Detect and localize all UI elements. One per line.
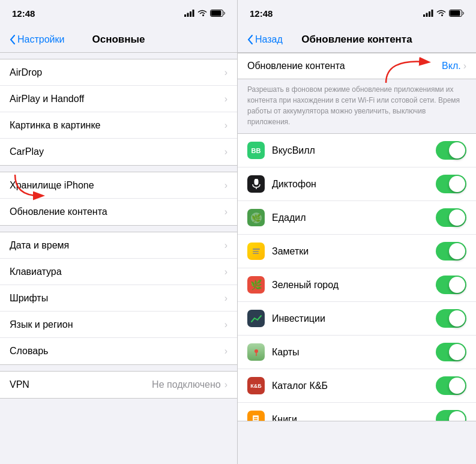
left-panel: 12:48 [0,0,238,464]
app-row-4[interactable]: 🌿 Зеленый город [238,268,476,302]
row-airdrop[interactable]: AirDrop › [0,59,237,86]
content-update-container: Обновление контента Вкл. › [238,53,476,79]
toggle-1[interactable] [436,175,466,193]
app-icon-5 [247,310,265,327]
app-name-1: Диктофон [272,179,316,190]
row-content-update[interactable]: Обновление контента › [0,199,237,225]
chevron-icon: › [224,120,227,131]
app-name-6: Карты [272,347,300,358]
svg-rect-14 [255,179,258,185]
svg-rect-12 [450,11,460,16]
status-icons-left [184,10,225,17]
chevron-icon: › [224,146,227,157]
toggle-5[interactable] [436,309,466,328]
toggle-8[interactable] [436,410,466,421]
app-row-1[interactable]: Диктофон [238,167,476,201]
section-2-left: Хранилище iPhone › Обновление контента › [0,172,237,226]
section-3-left: Дата и время › Клавиатура › Шрифты › Язы… [0,232,237,365]
status-icons-right [423,10,464,17]
main-toggle-value: Вкл. [442,61,461,71]
time-right: 12:48 [250,8,273,19]
chevron-right-icon: › [463,61,466,71]
chevron-icon: › [224,379,227,390]
app-name-5: Инвестиции [272,313,325,324]
app-row-5[interactable]: Инвестиции [238,302,476,336]
chevron-icon: › [224,240,227,251]
app-row-8[interactable]: Книги [238,403,476,421]
svg-rect-1 [187,13,189,17]
back-label-left: Настройки [17,34,64,45]
app-icon-2: 🌿 [247,209,265,226]
toggle-6[interactable] [436,343,466,361]
row-language[interactable]: Язык и регион › [0,312,237,338]
row-fonts[interactable]: Шрифты › [0,285,237,312]
toggle-3[interactable] [436,242,466,261]
svg-rect-7 [423,14,425,17]
section-vpn-left: VPN Не подключено › [0,371,237,399]
svg-rect-24 [254,419,258,420]
app-icon-0: BB [247,142,265,159]
row-date[interactable]: Дата и время › [0,232,237,259]
chevron-left-icon-left [10,35,16,44]
svg-text:🌿: 🌿 [252,213,262,223]
chevron-icon: › [224,67,227,78]
nav-bar-left: Настройки Основные [0,26,237,53]
app-icon-7: К&Б [247,377,265,394]
row-picture[interactable]: Картинка в картинке › [0,112,237,139]
time-left: 12:48 [12,8,35,19]
svg-rect-22 [253,415,259,422]
signal-icon-left [184,10,194,17]
svg-rect-23 [254,417,258,418]
right-panel: 12:48 Назад [238,0,476,464]
row-storage[interactable]: Хранилище iPhone › [0,172,237,199]
back-button-right[interactable]: Назад [247,34,283,45]
main-toggle-label: Обновление контента [247,61,345,71]
chevron-icon: › [224,293,227,304]
app-icon-4: 🌿 [247,276,265,294]
svg-rect-5 [211,11,221,16]
svg-rect-2 [190,11,191,17]
main-toggle-value-container: Вкл. › [442,61,466,71]
app-name-0: ВкусВилл [272,145,315,156]
wifi-icon-right [436,10,446,17]
svg-rect-0 [184,14,186,17]
row-dictionary[interactable]: Словарь › [0,338,237,364]
svg-rect-20 [253,253,259,254]
app-row-3[interactable]: Заметки [238,235,476,268]
description-text: Разрешать в фоновом режиме обновление пр… [238,79,476,133]
wifi-icon-left [197,10,207,17]
back-button-left[interactable]: Настройки [10,34,64,45]
app-icon-6 [247,343,265,361]
row-vpn[interactable]: VPN Не подключено › [0,372,237,398]
toggle-2[interactable] [436,208,466,227]
app-row-7[interactable]: К&Б Каталог К&Б [238,369,476,403]
row-airplay[interactable]: AirPlay и Handoff › [0,86,237,112]
nav-title-left: Основные [92,34,145,46]
svg-rect-3 [193,10,194,17]
battery-icon-left [210,10,225,17]
chevron-icon: › [224,267,227,277]
app-name-7: Каталог К&Б [272,381,328,391]
app-name-3: Заметки [272,246,309,257]
chevron-icon: › [224,319,227,330]
app-row-2[interactable]: 🌿 Едадил [238,201,476,235]
chevron-left-icon-right [247,35,253,44]
svg-point-21 [255,349,258,353]
app-name-2: Едадил [272,212,306,223]
svg-rect-9 [429,11,430,17]
app-row-0[interactable]: BB ВкусВилл [238,134,476,167]
row-carplay[interactable]: CarPlay › [0,139,237,165]
toggle-0[interactable] [436,141,466,160]
svg-rect-10 [432,10,433,17]
toggle-4[interactable] [436,276,466,294]
main-toggle-row[interactable]: Обновление контента Вкл. › [238,53,476,79]
app-row-6[interactable]: Карты [238,336,476,369]
nav-title-right: Обновление контента [301,34,412,46]
app-name-4: Зеленый город [272,280,339,291]
app-icon-8 [247,411,265,421]
svg-rect-19 [253,251,259,252]
row-keyboard[interactable]: Клавиатура › [0,259,237,285]
signal-icon-right [423,10,433,17]
toggle-7[interactable] [436,376,466,395]
back-label-right: Назад [255,34,283,45]
